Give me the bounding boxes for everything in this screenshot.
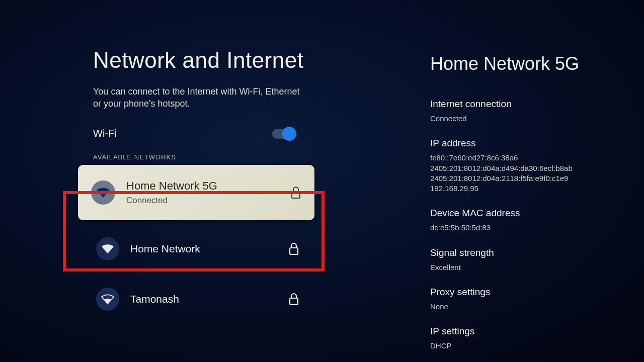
detail-label: IP address — [430, 138, 621, 149]
detail-value: Excellent — [430, 262, 621, 273]
wifi-toggle[interactable] — [272, 129, 294, 139]
toggle-knob — [282, 127, 296, 141]
detail-label: Device MAC address — [430, 208, 621, 219]
wifi-label: Wi-Fi — [93, 128, 117, 139]
detail-mac-address[interactable]: Device MAC address dc:e5:5b:50:5d:83 — [430, 208, 621, 233]
wifi-icon — [96, 288, 119, 311]
detail-label: IP settings — [430, 326, 621, 337]
network-item[interactable]: Home Network — [93, 231, 314, 266]
detail-proxy-settings[interactable]: Proxy settings None — [430, 287, 621, 312]
network-name: Tamonash — [130, 293, 288, 305]
detail-label: Proxy settings — [430, 287, 621, 298]
detail-title: Home Network 5G — [430, 53, 621, 74]
lock-icon — [290, 186, 301, 199]
lock-icon — [288, 242, 299, 255]
lock-icon — [288, 293, 299, 306]
detail-value: Connected — [430, 114, 621, 124]
network-name: Home Network — [130, 243, 288, 255]
detail-ip-settings[interactable]: IP settings DHCP — [430, 326, 621, 351]
detail-value: DHCP — [430, 341, 621, 351]
detail-value: fe80::7e60:ed27:8c6:38a6 2405:201:8012:d… — [430, 153, 621, 194]
svg-rect-1 — [290, 248, 298, 254]
wifi-icon — [96, 237, 119, 260]
wifi-icon — [91, 180, 115, 205]
svg-rect-0 — [292, 192, 300, 198]
network-item[interactable]: Tamonash — [93, 282, 314, 317]
available-networks-label: AVAILABLE NETWORKS — [93, 153, 345, 161]
detail-internet-connection[interactable]: Internet connection Connected — [430, 99, 621, 124]
wifi-toggle-row[interactable]: Wi-Fi — [93, 128, 294, 139]
network-status: Connected — [126, 196, 290, 206]
svg-rect-2 — [290, 298, 298, 305]
network-item-selected[interactable]: Home Network 5G Connected — [78, 165, 314, 220]
detail-label: Internet connection — [430, 99, 621, 110]
detail-value: None — [430, 302, 621, 312]
detail-label: Signal strength — [430, 247, 621, 258]
right-panel: Home Network 5G Internet connection Conn… — [430, 53, 621, 351]
detail-value: dc:e5:5b:50:5d:83 — [430, 223, 621, 233]
page-title: Network and Internet — [93, 48, 345, 73]
page-subtitle: You can connect to the Internet with Wi-… — [93, 85, 304, 110]
left-panel: Network and Internet You can connect to … — [93, 48, 345, 317]
detail-signal-strength[interactable]: Signal strength Excellent — [430, 247, 621, 273]
network-name: Home Network 5G — [126, 179, 290, 193]
detail-ip-address[interactable]: IP address fe80::7e60:ed27:8c6:38a6 2405… — [430, 138, 621, 194]
